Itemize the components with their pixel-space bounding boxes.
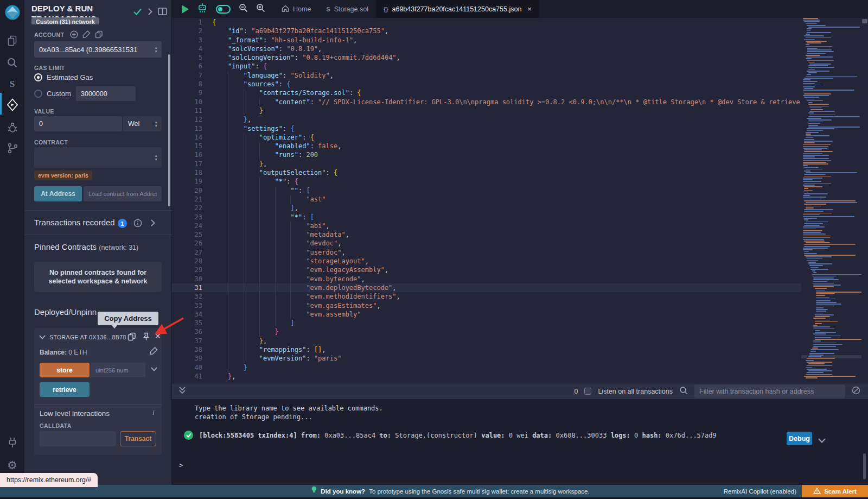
low-level-info-icon[interactable]: i xyxy=(152,408,155,417)
contract-select[interactable]: ▲▼ xyxy=(34,147,162,168)
terminal-body[interactable]: Type the library name to see available c… xyxy=(172,400,868,485)
terminal-prompt[interactable]: > xyxy=(179,461,183,469)
at-address-button[interactable]: At Address xyxy=(34,186,82,201)
code-line[interactable]: 31 "evm.deployedBytecode", xyxy=(172,283,801,292)
panel-scrollbar[interactable] xyxy=(168,54,170,206)
code-line[interactable]: 32 "evm.methodIdentifiers", xyxy=(172,292,801,301)
pin-contract-icon[interactable] xyxy=(142,332,150,341)
zoom-in-icon[interactable] xyxy=(256,3,265,15)
terminal-search-icon[interactable] xyxy=(679,386,688,397)
code-line[interactable]: 20 "": [ xyxy=(172,186,801,195)
code-line[interactable]: 5 "solcLongVersion": "0.8.19+commit.7dd6… xyxy=(172,53,801,62)
filter-input[interactable] xyxy=(694,384,845,398)
panel-chevron-right-icon[interactable] xyxy=(148,8,152,15)
value-unit-select[interactable]: Wei ▲▼ xyxy=(123,116,162,131)
debugger-icon[interactable] xyxy=(0,118,24,137)
tab-storage-sol[interactable]: S Storage.sol xyxy=(318,0,376,18)
at-address-input[interactable] xyxy=(84,186,162,201)
copy-address-icon[interactable] xyxy=(127,332,136,341)
code-line[interactable]: 41 }, xyxy=(172,372,801,381)
code-line[interactable]: 34 "evm.assembly" xyxy=(172,310,801,319)
debug-button[interactable]: Debug xyxy=(787,432,812,445)
git-icon[interactable] xyxy=(0,139,24,157)
code-content[interactable]: 1{2 "id": "a69b43f277ba20fcac141151250ca… xyxy=(172,18,801,381)
store-arg-input[interactable] xyxy=(91,363,145,377)
contract-stepper-icon[interactable]: ▲▼ xyxy=(155,154,158,161)
file-explorer-icon[interactable] xyxy=(0,31,24,50)
code-line[interactable]: 10 "content": "// SPDX-License-Identifie… xyxy=(172,98,801,106)
code-line[interactable]: 1{ xyxy=(172,18,801,27)
code-line[interactable]: 6 "input": { xyxy=(172,62,801,71)
terminal-collapse-icon[interactable] xyxy=(178,386,186,397)
transactions-info-icon[interactable] xyxy=(133,219,142,228)
code-line[interactable]: 30 "evm.bytecode", xyxy=(172,275,801,283)
code-line[interactable]: 3 "_format": "hh-sol-build-info-1", xyxy=(172,36,801,45)
retrieve-button[interactable]: retrieve xyxy=(40,382,90,397)
custom-gas-input[interactable] xyxy=(76,86,136,101)
store-expand-chevron-icon[interactable] xyxy=(151,367,157,371)
card-collapse-chevron-icon[interactable] xyxy=(39,335,46,339)
copy-account-icon[interactable] xyxy=(95,30,103,39)
account-select[interactable]: 0xA03...85ac4 (0.39866531531 ▲▼ xyxy=(34,41,162,58)
deploy-and-run-icon[interactable] xyxy=(0,96,24,114)
plugin-manager-icon[interactable] xyxy=(0,433,24,452)
value-input[interactable] xyxy=(34,116,122,131)
code-line[interactable]: 35 ] xyxy=(172,319,801,327)
remove-contract-icon[interactable]: ✕ xyxy=(155,332,161,340)
code-line[interactable]: 40 } xyxy=(172,363,801,372)
code-line[interactable]: 15 "enabled": false, xyxy=(172,142,801,150)
transactions-expand-icon[interactable] xyxy=(151,219,155,226)
code-line[interactable]: 2 "id": "a69b43f277ba20fcac141151250ca75… xyxy=(172,27,801,35)
editor-scrollbar-thumb[interactable] xyxy=(862,19,867,23)
code-line[interactable]: 28 "storageLayout", xyxy=(172,257,801,266)
code-line[interactable]: 11 } xyxy=(172,106,801,115)
close-tab-icon[interactable]: × xyxy=(527,5,532,13)
code-line[interactable]: 13 "settings": { xyxy=(172,124,801,133)
code-line[interactable]: 36 } xyxy=(172,327,801,336)
estimated-gas-radio[interactable] xyxy=(34,73,42,81)
remixai-robot-icon[interactable] xyxy=(197,3,208,16)
zoom-out-icon[interactable] xyxy=(239,3,248,15)
scam-alert-button[interactable]: Scam Alert xyxy=(802,485,868,497)
code-line[interactable]: 12 }, xyxy=(172,115,801,124)
store-button[interactable]: store xyxy=(40,363,90,377)
unit-stepper-icon[interactable]: ▲▼ xyxy=(155,121,158,128)
code-line[interactable]: 37 }, xyxy=(172,337,801,345)
search-icon[interactable] xyxy=(0,53,24,72)
transact-button[interactable]: Transact xyxy=(120,431,156,446)
code-line[interactable]: 22 ], xyxy=(172,204,801,212)
copilot-toggle[interactable] xyxy=(216,5,231,14)
clear-console-icon[interactable] xyxy=(852,386,860,397)
terminal-scrollbar-thumb[interactable] xyxy=(863,453,866,479)
code-line[interactable]: 4 "solcVersion": "0.8.19", xyxy=(172,45,801,53)
code-line[interactable]: 16 "runs": 200 xyxy=(172,150,801,159)
code-line[interactable]: 24 "abi", xyxy=(172,222,801,230)
run-script-icon[interactable] xyxy=(182,5,189,14)
listen-checkbox[interactable] xyxy=(584,388,591,395)
code-line[interactable]: 33 "evm.gasEstimates", xyxy=(172,301,801,310)
code-line[interactable]: 39 "evmVersion": "paris" xyxy=(172,354,801,363)
tab-build-info-json[interactable]: {} a69b43f277ba20fcac141151250ca755.json… xyxy=(376,0,539,18)
solidity-compiler-icon[interactable]: S xyxy=(0,75,24,93)
edit-balance-icon[interactable] xyxy=(150,347,158,355)
code-line[interactable]: 25 "metadata", xyxy=(172,230,801,239)
code-line[interactable]: 9 "contracts/Storage.sol": { xyxy=(172,89,801,97)
code-line[interactable]: 29 "evm.legacyAssembly", xyxy=(172,266,801,274)
tab-home[interactable]: Home xyxy=(274,0,318,18)
calldata-input[interactable] xyxy=(40,431,116,446)
add-account-icon[interactable] xyxy=(70,30,78,39)
code-line[interactable]: 8 "sources": { xyxy=(172,80,801,89)
edit-account-icon[interactable] xyxy=(82,30,91,39)
code-line[interactable]: 38 "remappings": [], xyxy=(172,345,801,354)
code-line[interactable]: 7 "language": "Solidity", xyxy=(172,71,801,80)
code-line[interactable]: 26 "devdoc", xyxy=(172,239,801,248)
tx-expand-chevron-icon[interactable] xyxy=(818,435,826,445)
pin-panel-icon[interactable] xyxy=(158,8,167,15)
code-line[interactable]: 27 "userdoc", xyxy=(172,248,801,257)
code-line[interactable]: 17 }, xyxy=(172,160,801,168)
code-line[interactable]: 19 "*": { xyxy=(172,177,801,186)
code-editor[interactable]: 1{2 "id": "a69b43f277ba20fcac141151250ca… xyxy=(172,18,801,383)
minimap[interactable] xyxy=(801,18,861,380)
copilot-status[interactable]: RemixAI Copilot (enabled) xyxy=(724,485,796,497)
code-line[interactable]: 23 "*": [ xyxy=(172,213,801,222)
